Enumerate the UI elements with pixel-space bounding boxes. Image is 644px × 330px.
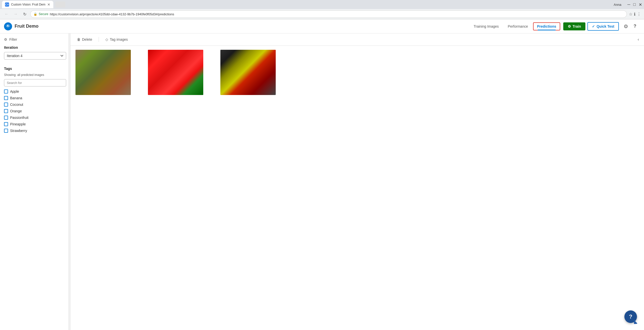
tab-title: Custom Vision: Fruit Dem [11, 3, 45, 6]
maximize-button[interactable]: □ [633, 2, 636, 7]
address-actions: ☆ ℹ ⋮ [629, 12, 641, 17]
refresh-button[interactable]: ↻ [21, 11, 28, 18]
tag-label-banana: Banana [10, 96, 22, 100]
url-text: https://customvision.ai/projects/ec4105d… [50, 12, 624, 16]
tag-checkbox-banana[interactable] [4, 96, 8, 100]
tag-images-button[interactable]: ◇ Tag images [104, 36, 129, 42]
toolbar: 🗑 Delete ◇ Tag images ‹ [70, 33, 644, 46]
filter-label: Filter [9, 37, 17, 41]
tag-checkbox-passionfruit[interactable] [4, 116, 8, 120]
sidebar: ⚙ Filter Iteration Iteration 4 Tags Show… [0, 33, 70, 330]
tag-checkbox-strawberry[interactable] [4, 129, 8, 133]
apple-thumbnail [220, 50, 276, 95]
strawberry-thumbnail [148, 50, 203, 95]
main-layout: ⚙ Filter Iteration Iteration 4 Tags Show… [0, 33, 644, 330]
gear-icon: ⚙ [568, 24, 571, 28]
tag-item-passionfruit[interactable]: Passionfruit [4, 116, 66, 120]
address-bar: ← → ↻ 🔒 Secure https://customvision.ai/p… [0, 9, 644, 19]
toolbar-separator [99, 37, 99, 42]
tag-checkbox-apple[interactable] [4, 89, 8, 93]
help-header-button[interactable]: ? [631, 22, 639, 30]
tag-item-pineapple[interactable]: Pineapple [4, 122, 66, 126]
secure-lock-icon: 🔒 [33, 12, 37, 16]
minimize-button[interactable]: ─ [627, 2, 630, 7]
content-area: 🗑 Delete ◇ Tag images ‹ [70, 33, 644, 330]
delete-button[interactable]: 🗑 Delete [75, 36, 94, 42]
eye-icon: 👁 [6, 24, 10, 29]
collapse-sidebar-button[interactable]: ‹ [638, 37, 639, 42]
tag-label-pineapple: Pineapple [10, 122, 26, 126]
bookmark-icon[interactable]: ☆ [629, 12, 632, 17]
nav-tabs: Training Images Performance Predictions [470, 22, 560, 30]
close-button[interactable]: ✕ [639, 2, 642, 7]
window-controls: Anna ─ □ ✕ [614, 2, 642, 7]
tag-item-orange[interactable]: Orange [4, 109, 66, 113]
delete-label: Delete [82, 37, 92, 41]
tag-icon: ◇ [105, 37, 108, 41]
tab-performance[interactable]: Performance [504, 22, 532, 30]
quick-test-button[interactable]: ✓ Quick Test [587, 22, 619, 31]
images-grid [70, 46, 297, 99]
menu-icon[interactable]: ⋮ [637, 12, 641, 17]
pineapple-thumbnail [75, 50, 131, 95]
tab-close-button[interactable]: ✕ [47, 3, 50, 7]
logo-icon: 👁 [4, 22, 12, 30]
browser-tab[interactable]: CV Custom Vision: Fruit Dem ✕ [2, 1, 53, 8]
question-icon: ? [634, 24, 636, 29]
settings-gear-icon: ⚙ [624, 23, 628, 29]
app-logo: 👁 Fruit Demo [4, 22, 38, 30]
tag-label-passionfruit: Passionfruit [10, 116, 28, 120]
tag-label-strawberry: Strawberry [10, 129, 27, 133]
tab-predictions[interactable]: Predictions [533, 22, 560, 30]
tag-item-coconut[interactable]: Coconut [4, 103, 66, 107]
tag-checkbox-pineapple[interactable] [4, 122, 8, 126]
help-question-icon: ? [629, 313, 632, 320]
back-button[interactable]: ← [3, 11, 10, 18]
info-icon[interactable]: ℹ [634, 12, 635, 17]
browser-chrome: CV Custom Vision: Fruit Dem ✕ Anna ─ □ ✕… [0, 0, 644, 19]
tags-section: Tags Showing: all predicted images Apple… [4, 67, 66, 133]
new-tab-button[interactable] [55, 2, 65, 8]
tag-list: Apple Banana Coconut Orange Passionfruit… [4, 89, 66, 133]
tag-label-orange: Orange [10, 109, 22, 113]
check-icon: ✓ [592, 24, 595, 28]
tab-training-images[interactable]: Training Images [470, 22, 503, 30]
settings-button[interactable]: ⚙ [622, 22, 630, 30]
filter-icon: ⚙ [4, 37, 7, 41]
secure-label: Secure [39, 12, 48, 16]
user-name: Anna [614, 3, 621, 7]
tag-item-apple[interactable]: Apple [4, 89, 66, 93]
sidebar-scrollbar[interactable] [68, 33, 70, 330]
tab-favicon: CV [5, 3, 9, 7]
iteration-section-title: Iteration [4, 45, 66, 50]
tags-title: Tags [4, 67, 66, 71]
tag-search-input[interactable] [4, 79, 66, 86]
image-card-pineapple[interactable] [75, 50, 131, 95]
help-button[interactable]: ? [624, 310, 637, 323]
filter-row[interactable]: ⚙ Filter [4, 37, 66, 41]
tag-item-strawberry[interactable]: Strawberry [4, 129, 66, 133]
delete-icon: 🗑 [77, 37, 80, 41]
tag-checkbox-orange[interactable] [4, 109, 8, 113]
tag-label-coconut: Coconut [10, 103, 23, 107]
iteration-select[interactable]: Iteration 4 [4, 52, 66, 60]
app-title: Fruit Demo [15, 24, 38, 29]
tag-label-apple: Apple [10, 89, 19, 93]
tag-checkbox-coconut[interactable] [4, 103, 8, 107]
tags-subtitle: Showing: all predicted images [4, 73, 66, 77]
image-card-apple[interactable] [220, 50, 276, 95]
tag-images-label: Tag images [110, 37, 128, 41]
collapse-icon: ‹ [638, 37, 639, 41]
tag-item-banana[interactable]: Banana [4, 96, 66, 100]
forward-button[interactable]: → [12, 11, 19, 18]
image-card-strawberry[interactable] [148, 50, 203, 95]
address-input[interactable]: 🔒 Secure https://customvision.ai/project… [30, 10, 627, 18]
train-button[interactable]: ⚙ Train [563, 22, 585, 30]
app-header: 👁 Fruit Demo Training Images Performance… [0, 19, 644, 33]
browser-titlebar: CV Custom Vision: Fruit Dem ✕ Anna ─ □ ✕ [0, 0, 644, 9]
